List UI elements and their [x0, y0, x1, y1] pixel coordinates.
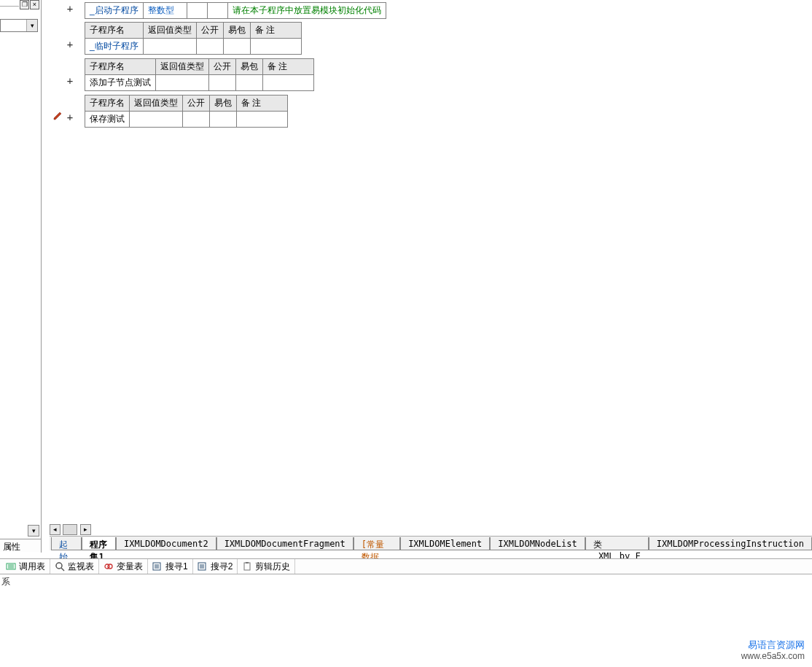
clip-icon — [242, 561, 252, 572]
subroutine-table: _启动子程序整数型请在本子程序中放置易模块初始化代码 — [85, 2, 386, 19]
column-header: 备 注 — [251, 23, 302, 39]
cell-note[interactable]: 请在本子程序中放置易模块初始化代码 — [228, 3, 386, 19]
editor-tab[interactable]: IXMLDOMDocument2 — [116, 537, 216, 550]
svg-point-8 — [108, 564, 112, 569]
cell-note[interactable] — [237, 112, 288, 128]
editor-tab[interactable]: 起始页 — [51, 537, 82, 550]
project-tree-panel: ❐ × ▾ ▾ 属性 — [0, 0, 42, 553]
svg-rect-18 — [246, 562, 249, 563]
code-editor-area: +_启动子程序整数型请在本子程序中放置易模块初始化代码+子程序名返回值类型公开易… — [50, 0, 812, 534]
svg-marker-0 — [54, 112, 61, 120]
toolbar-button-call[interactable]: 调用表 — [1, 559, 50, 574]
column-header: 子程序名 — [85, 59, 156, 75]
panel-grip — [0, 6, 19, 7]
restore-icon[interactable]: ❐ — [20, 0, 29, 9]
cell-pkg[interactable] — [224, 39, 251, 55]
cell-ret[interactable] — [144, 39, 197, 55]
cell-pkg[interactable] — [208, 3, 228, 19]
column-header: 易包 — [224, 23, 251, 39]
watermark-text: 易语言资源网 — [741, 639, 805, 652]
tree-combo[interactable]: ▾ — [0, 19, 38, 32]
search-icon — [152, 561, 163, 572]
editor-tab[interactable]: [常量数据表] — [354, 537, 400, 550]
toolbar-label: 监视表 — [68, 561, 94, 573]
cell-pub[interactable] — [197, 39, 224, 55]
chevron-down-icon[interactable]: ▾ — [26, 20, 37, 31]
column-header: 返回值类型 — [144, 23, 197, 39]
subroutine-table: 子程序名返回值类型公开易包备 注添加子节点测试 — [85, 58, 314, 91]
watch-icon — [55, 561, 65, 572]
scroll-left-icon[interactable]: ◂ — [50, 524, 60, 535]
cell-name[interactable]: 保存测试 — [85, 112, 130, 128]
cell-pub[interactable] — [187, 3, 208, 19]
cell-ret[interactable] — [130, 112, 183, 128]
fold-toggle-icon[interactable]: + — [66, 75, 74, 84]
fold-toggle-icon[interactable]: + — [66, 39, 74, 47]
toolbar-label: 调用表 — [19, 561, 45, 573]
toolbar-label: 剪辑历史 — [255, 561, 290, 573]
subroutine-table: 子程序名返回值类型公开易包备 注保存测试 — [85, 95, 288, 128]
column-header: 公开 — [183, 95, 210, 112]
var-icon — [104, 561, 114, 572]
column-header: 子程序名 — [85, 23, 144, 39]
toolbar-button-search[interactable]: 搜寻2 — [193, 559, 238, 574]
cell-pkg[interactable] — [210, 112, 237, 128]
svg-point-5 — [56, 563, 62, 569]
toolbar-label: 变量表 — [117, 561, 143, 573]
watermark-url: www.e5a5x.com — [741, 651, 805, 663]
bottom-toolbar: 调用表监视表变量表搜寻1搜寻2剪辑历史 — [0, 558, 812, 574]
fold-toggle-icon[interactable]: + — [66, 3, 74, 12]
cell-ret[interactable]: 整数型 — [144, 3, 187, 19]
cell-name[interactable]: 添加子节点测试 — [85, 75, 156, 91]
cell-pub[interactable] — [209, 75, 236, 91]
scroll-right-icon[interactable]: ▸ — [80, 524, 91, 535]
column-header: 备 注 — [263, 59, 314, 75]
scroll-down-button[interactable]: ▾ — [28, 525, 39, 537]
editor-tab[interactable]: IXMLDOMNodeList — [490, 537, 585, 550]
cell-pub[interactable] — [183, 112, 210, 128]
toolbar-button-search[interactable]: 搜寻1 — [148, 559, 193, 574]
column-header: 公开 — [209, 59, 236, 75]
cell-ret[interactable] — [156, 75, 209, 91]
cell-name[interactable]: _临时子程序 — [85, 39, 144, 55]
edit-marker-icon — [52, 111, 63, 121]
svg-rect-17 — [244, 563, 250, 570]
toolbar-label: 搜寻2 — [211, 561, 233, 573]
editor-tab[interactable]: IXMLDOMElement — [400, 537, 490, 550]
svg-line-6 — [61, 568, 64, 571]
column-header: 子程序名 — [85, 95, 130, 112]
properties-tab[interactable]: 属性 — [0, 539, 41, 552]
column-header: 返回值类型 — [130, 95, 183, 112]
call-icon — [6, 561, 16, 572]
column-header: 返回值类型 — [156, 59, 209, 75]
editor-tab[interactable]: 类_XML_by_F — [585, 537, 649, 550]
editor-tab[interactable]: 程序集1 — [82, 537, 116, 550]
fold-toggle-icon[interactable]: + — [66, 112, 74, 120]
editor-tab[interactable]: IXMLDOMProcessingInstruction — [649, 537, 812, 550]
column-header: 易包 — [236, 59, 263, 75]
search-icon — [198, 561, 208, 572]
toolbar-button-clip[interactable]: 剪辑历史 — [238, 559, 295, 574]
editor-tabs: 起始页程序集1IXMLDOMDocument2IXMLDOMDocumentFr… — [50, 536, 812, 550]
cell-name[interactable]: _启动子程序 — [85, 3, 144, 19]
toolbar-button-var[interactable]: 变量表 — [99, 559, 148, 574]
toolbar-label: 搜寻1 — [165, 561, 188, 573]
column-header: 公开 — [197, 23, 224, 39]
cell-note[interactable] — [251, 39, 302, 55]
cell-pkg[interactable] — [236, 75, 263, 91]
horizontal-scrollbar[interactable]: ◂ ▸ — [50, 524, 812, 535]
toolbar-button-watch[interactable]: 监视表 — [50, 559, 99, 574]
column-header: 易包 — [210, 95, 237, 112]
editor-tab[interactable]: IXMLDOMDocumentFragment — [216, 537, 354, 550]
status-bar: 系 — [0, 575, 812, 587]
subroutine-table: 子程序名返回值类型公开易包备 注_临时子程序 — [85, 22, 302, 55]
scroll-thumb[interactable] — [63, 524, 77, 535]
cell-note[interactable] — [263, 75, 314, 91]
panel-titlebar: ❐ × — [20, 0, 39, 10]
watermark: 易语言资源网 www.e5a5x.com — [741, 639, 805, 663]
column-header: 备 注 — [237, 95, 288, 112]
close-icon[interactable]: × — [30, 0, 39, 9]
